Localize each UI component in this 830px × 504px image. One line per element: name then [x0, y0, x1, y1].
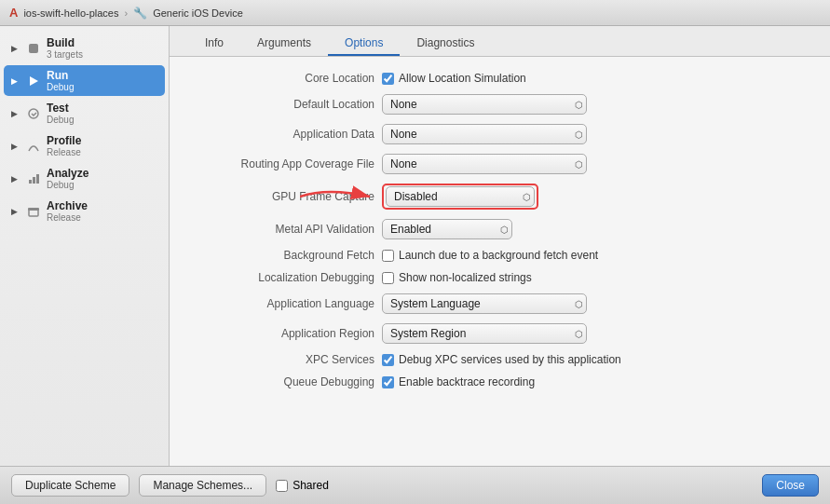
breadcrumb-separator: ›	[124, 7, 128, 19]
gpu-frame-capture-highlight: Disabled Metal OpenGL ES	[382, 184, 538, 210]
queue-debugging-checkbox-label: Enable backtrace recording	[399, 375, 535, 388]
profile-icon	[26, 139, 41, 154]
archive-sublabel: Release	[47, 212, 88, 223]
allow-location-simulation-checkbox[interactable]: Allow Location Simulation	[382, 72, 526, 85]
application-language-select[interactable]: System Language	[382, 293, 587, 314]
arrow-icon-build: ▶	[11, 44, 20, 53]
background-fetch-checkbox[interactable]: Launch due to a background fetch event	[382, 249, 598, 262]
queue-debugging-row: Queue Debugging Enable backtrace recordi…	[188, 375, 811, 388]
background-fetch-control: Launch due to a background fetch event	[382, 249, 811, 262]
red-arrow-annotation	[300, 183, 384, 211]
application-language-control: System Language	[382, 293, 811, 314]
localization-debugging-row: Localization Debugging Show non-localize…	[188, 271, 811, 284]
sidebar-item-profile[interactable]: ▶ Profile Release	[4, 130, 165, 161]
run-icon	[26, 74, 41, 89]
run-sublabel: Debug	[47, 82, 74, 92]
application-region-select[interactable]: System Region	[382, 323, 587, 344]
default-location-label: Default Location	[188, 98, 374, 111]
xpc-services-input[interactable]	[382, 354, 394, 366]
metal-api-validation-control: Enabled Disabled	[382, 219, 811, 239]
test-icon	[26, 106, 41, 121]
sidebar-item-build[interactable]: ▶ Build 3 targets	[4, 33, 165, 63]
application-region-label: Application Region	[188, 327, 374, 340]
default-location-control: None	[382, 94, 811, 115]
localization-debugging-checkbox[interactable]: Show non-localized strings	[382, 271, 532, 284]
profile-text: Profile Release	[47, 134, 81, 157]
application-region-row: Application Region System Region	[188, 323, 811, 344]
gpu-frame-capture-select[interactable]: Disabled Metal OpenGL ES	[386, 186, 535, 207]
metal-api-validation-select-wrapper: Enabled Disabled	[382, 219, 512, 239]
application-data-control: None	[382, 124, 811, 144]
archive-text: Archive Release	[47, 199, 88, 223]
background-fetch-row: Background Fetch Launch due to a backgro…	[188, 249, 811, 262]
routing-app-coverage-select-wrapper: None	[382, 154, 587, 174]
title-bar: A ios-swift-hello-places › 🔧 Generic iOS…	[0, 0, 830, 26]
tab-diagnostics[interactable]: Diagnostics	[400, 32, 491, 56]
allow-location-simulation-input[interactable]	[382, 73, 394, 85]
archive-label: Archive	[47, 199, 88, 212]
build-sublabel: 3 targets	[47, 49, 83, 60]
device-name: Generic iOS Device	[153, 7, 243, 19]
default-location-select[interactable]: None	[382, 94, 587, 115]
arrow-icon-analyze: ▶	[11, 174, 20, 184]
core-location-control: Allow Location Simulation	[382, 72, 811, 85]
test-text: Test Debug	[47, 102, 74, 125]
build-icon	[26, 41, 41, 56]
arrow-icon-archive: ▶	[11, 207, 20, 216]
application-data-select-wrapper: None	[382, 124, 587, 144]
application-data-label: Application Data	[188, 128, 374, 141]
queue-debugging-checkbox[interactable]: Enable backtrace recording	[382, 375, 535, 388]
localization-debugging-input[interactable]	[382, 272, 394, 284]
default-location-select-wrapper: None	[382, 94, 587, 115]
tab-options[interactable]: Options	[328, 32, 400, 56]
shared-checkbox-input[interactable]	[276, 480, 288, 492]
test-label: Test	[47, 102, 74, 115]
xpc-services-label: XPC Services	[188, 353, 374, 366]
xpc-services-row: XPC Services Debug XPC services used by …	[188, 353, 811, 366]
arrow-icon-run: ▶	[11, 76, 20, 86]
manage-schemes-button[interactable]: Manage Schemes...	[139, 474, 266, 497]
application-language-select-wrapper: System Language	[382, 293, 587, 314]
close-button[interactable]: Close	[762, 474, 819, 497]
application-data-select[interactable]: None	[382, 124, 587, 144]
gpu-frame-capture-control: Disabled Metal OpenGL ES	[382, 184, 811, 210]
svg-marker-1	[30, 76, 38, 86]
core-location-label: Core Location	[188, 72, 374, 85]
default-location-row: Default Location None	[188, 94, 811, 115]
allow-location-simulation-label: Allow Location Simulation	[399, 72, 526, 85]
shared-checkbox-container: Shared	[276, 479, 329, 492]
localization-debugging-control: Show non-localized strings	[382, 271, 811, 284]
tab-arguments[interactable]: Arguments	[240, 32, 328, 56]
queue-debugging-input[interactable]	[382, 376, 394, 388]
tab-info[interactable]: Info	[188, 32, 240, 56]
svg-point-2	[29, 109, 38, 118]
routing-app-coverage-row: Routing App Coverage File None	[188, 154, 811, 174]
application-language-row: Application Language System Language	[188, 293, 811, 314]
queue-debugging-control: Enable backtrace recording	[382, 375, 811, 388]
background-fetch-checkbox-label: Launch due to a background fetch event	[399, 249, 598, 262]
svg-rect-7	[28, 208, 39, 211]
queue-debugging-label: Queue Debugging	[188, 375, 374, 388]
analyze-label: Analyze	[47, 167, 88, 180]
bottom-bar: Duplicate Scheme Manage Schemes... Share…	[0, 466, 830, 504]
svg-rect-6	[29, 210, 38, 216]
svg-rect-0	[29, 44, 38, 53]
localization-debugging-checkbox-label: Show non-localized strings	[399, 271, 532, 284]
sidebar-item-run[interactable]: ▶ Run Debug	[4, 65, 165, 96]
sidebar-item-analyze[interactable]: ▶ Analyze Debug	[4, 163, 165, 194]
sidebar: ▶ Build 3 targets ▶ Run Debug ▶	[0, 26, 170, 466]
sidebar-item-test[interactable]: ▶ Test Debug	[4, 98, 165, 129]
localization-debugging-label: Localization Debugging	[188, 271, 374, 284]
shared-label: Shared	[293, 479, 329, 492]
routing-app-coverage-select[interactable]: None	[382, 154, 587, 174]
test-sublabel: Debug	[47, 115, 74, 125]
sidebar-item-archive[interactable]: ▶ Archive Release	[4, 196, 165, 226]
xpc-services-checkbox[interactable]: Debug XPC services used by this applicat…	[382, 353, 621, 366]
background-fetch-label: Background Fetch	[188, 249, 374, 262]
duplicate-scheme-button[interactable]: Duplicate Scheme	[11, 474, 129, 497]
main-container: ▶ Build 3 targets ▶ Run Debug ▶	[0, 26, 830, 466]
analyze-sublabel: Debug	[47, 180, 88, 190]
background-fetch-input[interactable]	[382, 250, 394, 262]
analyze-text: Analyze Debug	[47, 167, 88, 190]
metal-api-validation-select[interactable]: Enabled Disabled	[382, 219, 512, 239]
